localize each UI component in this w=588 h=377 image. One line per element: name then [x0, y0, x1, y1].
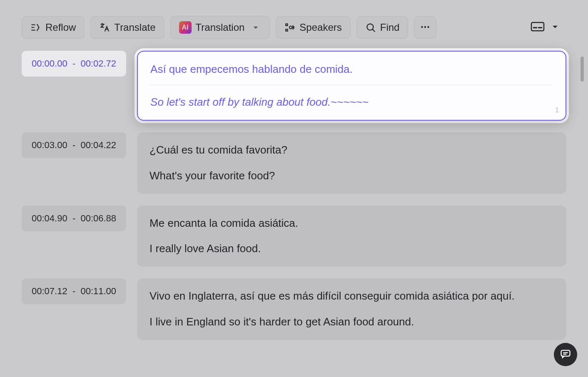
scrollbar-thumb[interactable] [581, 57, 584, 82]
line-number: 1 [555, 105, 559, 115]
subtitle-content[interactable]: Me encanta la comida asiática. I really … [137, 206, 566, 267]
subtitle-content[interactable]: Vivo en Inglaterra, así que es más difíc… [137, 278, 566, 340]
svg-rect-5 [531, 22, 544, 31]
subtitle-view-toggle[interactable] [526, 17, 566, 37]
toolbar: Reflow Translate AI Translation Speakers [22, 16, 566, 39]
speakers-button[interactable]: Speakers [276, 16, 350, 39]
speakers-label: Speakers [299, 22, 341, 33]
svg-point-4 [428, 26, 429, 27]
reflow-label: Reflow [45, 22, 76, 33]
svg-point-0 [289, 26, 292, 29]
svg-point-2 [421, 26, 423, 27]
start-time: 00:04.90 [32, 213, 67, 223]
svg-rect-7 [538, 27, 542, 28]
subtitle-icon [531, 21, 545, 34]
source-text[interactable]: Así que empecemos hablando de comida. [150, 62, 553, 85]
speakers-icon [284, 22, 295, 33]
subtitle-content[interactable]: Así que empecemos hablando de comida. So… [137, 51, 566, 121]
subtitle-row[interactable]: 00:07.12 - 00:11.00 Vivo en Inglaterra, … [22, 278, 566, 340]
target-text: What's your favorite food? [149, 168, 554, 184]
translate-button[interactable]: Translate [90, 16, 164, 39]
search-icon [365, 22, 376, 33]
svg-rect-6 [533, 27, 537, 28]
subtitle-rows: 00:00.00 - 00:02.72 Así que empecemos ha… [22, 51, 566, 340]
svg-point-3 [424, 26, 426, 27]
translation-dropdown[interactable]: AI Translation [170, 16, 270, 39]
subtitle-content[interactable]: ¿Cuál es tu comida favorita? What's your… [137, 132, 566, 193]
translate-label: Translate [114, 22, 155, 33]
reflow-button[interactable]: Reflow [22, 16, 85, 39]
start-time: 00:07.12 [32, 286, 67, 296]
start-time: 00:00.00 [32, 58, 67, 69]
timecode[interactable]: 00:00.00 - 00:02.72 [22, 51, 126, 77]
source-text: ¿Cuál es tu comida favorita? [149, 142, 554, 158]
target-text[interactable]: So let's start off by talking about food… [150, 94, 553, 110]
assistant-fab[interactable] [554, 343, 577, 366]
more-options-button[interactable] [414, 16, 436, 39]
chat-icon [560, 348, 571, 361]
source-text: Me encanta la comida asiática. [149, 216, 554, 231]
chevron-down-icon [548, 21, 562, 34]
find-button[interactable]: Find [356, 16, 409, 39]
end-time: 00:11.00 [80, 286, 116, 296]
ai-badge-icon: AI [179, 21, 192, 34]
translate-icon [99, 22, 110, 33]
find-label: Find [380, 22, 400, 33]
start-time: 00:03.00 [32, 140, 67, 150]
end-time: 00:04.22 [80, 140, 116, 150]
end-time: 00:06.88 [80, 213, 116, 223]
subtitle-row[interactable]: 00:03.00 - 00:04.22 ¿Cuál es tu comida f… [22, 132, 566, 193]
subtitle-row[interactable]: 00:04.90 - 00:06.88 Me encanta la comida… [22, 206, 566, 267]
target-text: I live in England so it's harder to get … [149, 314, 554, 330]
ellipsis-icon [420, 22, 431, 34]
subtitle-row[interactable]: 00:00.00 - 00:02.72 Así que empecemos ha… [22, 51, 566, 121]
target-text: I really love Asian food. [149, 241, 554, 257]
reflow-icon [30, 22, 41, 33]
timecode[interactable]: 00:07.12 - 00:11.00 [22, 278, 126, 304]
source-text: Vivo en Inglaterra, así que es más difíc… [149, 288, 554, 304]
translation-label: Translation [196, 22, 245, 33]
chevron-down-icon [250, 22, 261, 33]
end-time: 00:02.72 [80, 58, 116, 69]
timecode[interactable]: 00:03.00 - 00:04.22 [22, 132, 126, 158]
timecode[interactable]: 00:04.90 - 00:06.88 [22, 206, 126, 231]
